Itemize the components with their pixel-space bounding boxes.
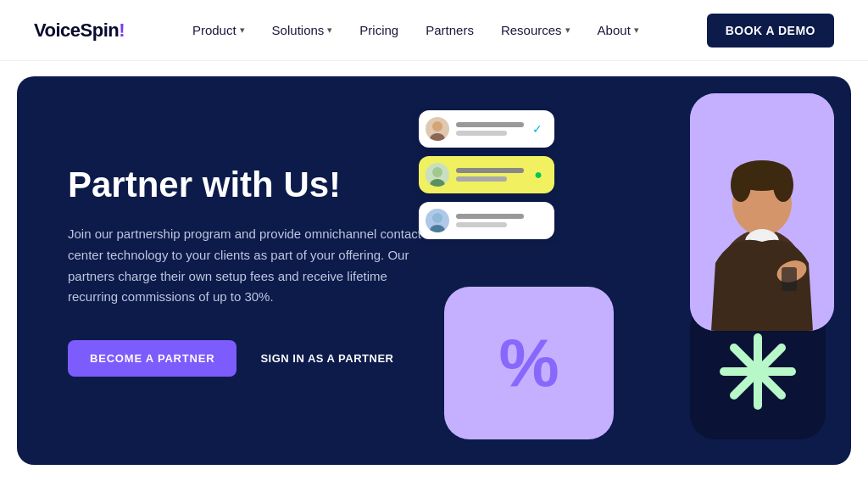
chevron-down-icon: ▾ [327,25,332,36]
hero-title: Partner with Us! [68,165,424,205]
svg-point-15 [731,168,751,202]
svg-point-3 [430,179,445,187]
logo-text: VoiceSpin [34,20,119,42]
nav-item-product[interactable]: Product ▾ [192,23,245,37]
logo-exclaim: ! [119,20,125,42]
nav-link-resources[interactable]: Resources ▾ [501,23,570,37]
logo[interactable]: VoiceSpin! [34,20,125,42]
navbar: VoiceSpin! Product ▾ Solutions ▾ Pricing… [0,0,868,61]
bubble-3-lines [456,214,524,227]
svg-point-1 [430,133,445,141]
nav-item-about[interactable]: About ▾ [598,23,639,37]
nav-link-pricing[interactable]: Pricing [359,23,398,37]
percent-card: % [444,287,614,439]
chevron-down-icon: ▾ [634,25,639,36]
avatar-2 [426,163,449,187]
whatsapp-icon: ● [534,167,542,182]
bubble-line [456,168,524,173]
chat-check-icon: ✓ [532,122,542,136]
nav-item-solutions[interactable]: Solutions ▾ [272,23,333,37]
bubble-line [456,214,524,219]
hero-visual: ✓ ● [410,76,851,465]
avatar-person-icon [426,163,449,187]
chevron-down-icon: ▾ [565,25,570,36]
nav-link-solutions[interactable]: Solutions ▾ [272,23,333,37]
svg-point-4 [432,213,442,223]
svg-point-2 [432,167,442,177]
bubble-line [456,222,507,227]
chat-bubble-3 [419,202,554,239]
book-demo-button[interactable]: BOOK A DEMO [707,14,834,48]
bubble-1-lines [456,122,524,136]
hero-text-block: Partner with Us! Join our partnership pr… [68,165,424,377]
nav-item-pricing[interactable]: Pricing [359,23,398,37]
bubble-line [456,176,507,182]
svg-point-16 [773,168,793,202]
nav-item-partners[interactable]: Partners [426,23,474,37]
hero-buttons: BECOME A PARTNER SIGN IN AS A PARTNER [68,340,424,377]
nav-link-product[interactable]: Product ▾ [192,23,245,37]
hero-description: Join our partnership program and provide… [68,224,424,308]
nav-item-resources[interactable]: Resources ▾ [501,23,570,37]
nav-link-partners[interactable]: Partners [426,23,474,37]
person-card [690,93,834,331]
chevron-down-icon: ▾ [240,25,245,36]
bubble-line [456,122,524,127]
nav-link-about[interactable]: About ▾ [598,23,639,37]
become-partner-button[interactable]: BECOME A PARTNER [68,340,236,377]
person-illustration [690,93,834,331]
svg-point-5 [430,225,445,232]
sign-in-partner-link[interactable]: SIGN IN AS A PARTNER [260,352,393,365]
avatar-person-icon [426,209,449,232]
avatar-3 [426,209,449,232]
bubble-2-lines [456,168,524,182]
svg-point-0 [432,121,442,131]
avatar-person-icon [426,117,449,141]
avatar-1 [426,117,449,141]
asterisk-icon [720,333,796,410]
chat-bubbles-container: ✓ ● [419,110,554,239]
bubble-line [456,131,507,136]
svg-rect-19 [782,267,797,291]
nav-links: Product ▾ Solutions ▾ Pricing Partners R… [192,23,639,37]
chat-bubble-1: ✓ [419,110,554,148]
chat-bubble-2: ● [419,156,554,193]
hero-section: Partner with Us! Join our partnership pr… [17,76,851,465]
percent-icon: % [498,324,559,402]
